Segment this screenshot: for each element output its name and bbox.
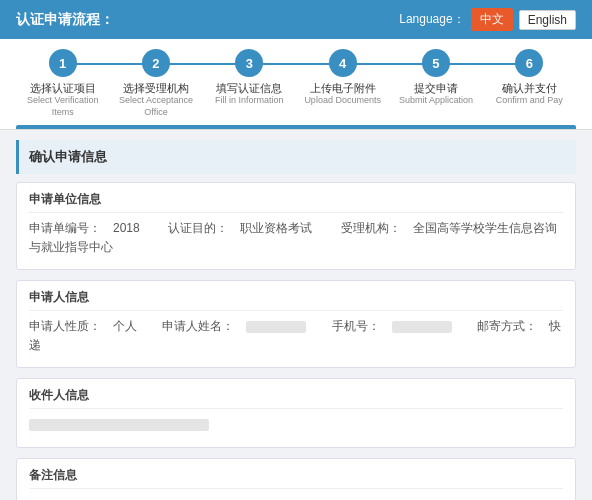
applicant-info-block: 申请人信息 申请人性质：个人 申请人姓名： 手机号： 邮寄方式：快递 xyxy=(16,280,576,368)
recipient-address xyxy=(29,419,209,431)
step-item-5: 5 提交申请 Submit Application xyxy=(389,49,482,107)
phone-value xyxy=(392,321,452,333)
confirm-section-title: 确认申请信息 xyxy=(16,140,576,174)
lang-cn-button[interactable]: 中文 xyxy=(471,8,513,31)
step-cn-4: 上传电子附件 xyxy=(304,81,381,95)
name-label: 申请人姓名： xyxy=(162,319,234,333)
nature-label: 申请人性质： xyxy=(29,319,101,333)
step-cn-2: 选择受理机构 xyxy=(109,81,202,95)
lang-en-button[interactable]: English xyxy=(519,10,576,30)
steps-bottom-bar xyxy=(16,125,576,129)
header-bar: 认证申请流程： Language： 中文 English xyxy=(0,0,592,39)
phone-label: 手机号： xyxy=(332,319,380,333)
step-en-6: Confirm and Pay xyxy=(496,95,563,107)
cert-target-label: 认证目的： xyxy=(168,221,228,235)
remarks-title: 备注信息 xyxy=(29,467,563,489)
step-item-1: 1 选择认证项目 Select Verification Items xyxy=(16,49,109,119)
step-en-2: Select Acceptance Office xyxy=(109,95,202,118)
step-labels-5: 提交申请 Submit Application xyxy=(399,81,473,107)
address-label: 邮寄方式： xyxy=(477,319,537,333)
step-labels-3: 填写认证信息 Fill in Information xyxy=(215,81,284,107)
apply-unit-row1: 申请单编号：2018 认证目的：职业资格考试 受理机构：全国高等学校学生信息咨询… xyxy=(29,219,563,257)
nature-value: 个人 xyxy=(113,319,137,333)
page-title: 认证申请流程： xyxy=(16,11,114,29)
steps-row: 1 选择认证项目 Select Verification Items 2 选择受… xyxy=(16,49,576,119)
steps-container: 1 选择认证项目 Select Verification Items 2 选择受… xyxy=(0,39,592,130)
remarks-block: 备注信息 xyxy=(16,458,576,500)
step-labels-6: 确认并支付 Confirm and Pay xyxy=(496,81,563,107)
name-value xyxy=(246,321,306,333)
step-circle-4: 4 xyxy=(329,49,357,77)
step-item-2: 2 选择受理机构 Select Acceptance Office xyxy=(109,49,202,119)
language-switcher: Language： 中文 English xyxy=(399,8,576,31)
apply-unit-title: 申请单位信息 xyxy=(29,191,563,213)
recipient-info-title: 收件人信息 xyxy=(29,387,563,409)
step-circle-3: 3 xyxy=(235,49,263,77)
applicant-info-row: 申请人性质：个人 申请人姓名： 手机号： 邮寄方式：快递 xyxy=(29,317,563,355)
main-content: 确认申请信息 申请单位信息 申请单编号：2018 认证目的：职业资格考试 受理机… xyxy=(0,130,592,500)
step-item-3: 3 填写认证信息 Fill in Information xyxy=(203,49,296,107)
step-en-1: Select Verification Items xyxy=(16,95,109,118)
applicant-info-title: 申请人信息 xyxy=(29,289,563,311)
step-en-4: Upload Documents xyxy=(304,95,381,107)
cert-target-value: 职业资格考试 xyxy=(240,221,312,235)
step-circle-6: 6 xyxy=(515,49,543,77)
step-circle-5: 5 xyxy=(422,49,450,77)
step-labels-2: 选择受理机构 Select Acceptance Office xyxy=(109,81,202,119)
step-en-3: Fill in Information xyxy=(215,95,284,107)
step-cn-6: 确认并支付 xyxy=(496,81,563,95)
step-labels-1: 选择认证项目 Select Verification Items xyxy=(16,81,109,119)
language-label: Language： xyxy=(399,11,464,28)
recipient-info-block: 收件人信息 xyxy=(16,378,576,447)
recipient-info-row xyxy=(29,415,563,434)
step-circle-2: 2 xyxy=(142,49,170,77)
step-item-6: 6 确认并支付 Confirm and Pay xyxy=(483,49,576,107)
step-labels-4: 上传电子附件 Upload Documents xyxy=(304,81,381,107)
step-cn-5: 提交申请 xyxy=(399,81,473,95)
step-circle-1: 1 xyxy=(49,49,77,77)
order-no-label: 申请单编号： xyxy=(29,221,101,235)
apply-unit-block: 申请单位信息 申请单编号：2018 认证目的：职业资格考试 受理机构：全国高等学… xyxy=(16,182,576,270)
order-no-value: 2018 xyxy=(113,221,140,235)
step-cn-1: 选择认证项目 xyxy=(16,81,109,95)
step-item-4: 4 上传电子附件 Upload Documents xyxy=(296,49,389,107)
step-en-5: Submit Application xyxy=(399,95,473,107)
step-cn-3: 填写认证信息 xyxy=(215,81,284,95)
accept-org-label: 受理机构： xyxy=(341,221,401,235)
